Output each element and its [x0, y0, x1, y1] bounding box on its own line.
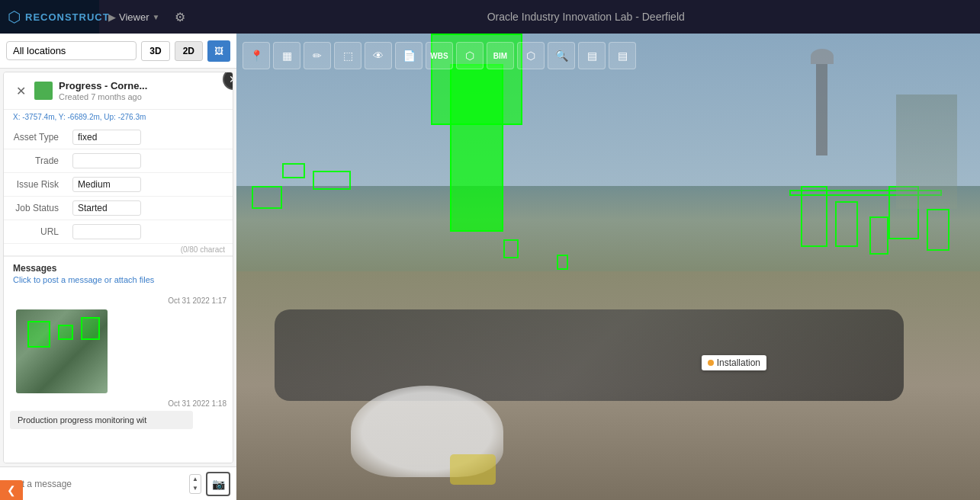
close-button[interactable]: ✕ — [13, 83, 28, 98]
detail-title-area: Progress - Corne... Created 7 months ago — [59, 80, 147, 101]
messages-section: Messages Click to post a message or atta… — [4, 256, 233, 290]
field-value: Medium — [65, 173, 233, 197]
left-panel: All locations 3D 2D 🖼 ✕ ✕ Progress - Cor… — [0, 34, 236, 500]
viewer-label: Viewer — [119, 11, 149, 23]
message-list: Oct 31 2022 1:17 Oct 31 2022 1:18 Produc… — [4, 290, 233, 434]
green-shape — [282, 163, 305, 178]
settings-icon-btn[interactable]: ⚙ — [169, 10, 191, 24]
field-value — [65, 149, 233, 173]
field-label: Job Status — [4, 197, 65, 220]
detail-panel: ✕ ✕ Progress - Corne... Created 7 months… — [3, 72, 233, 463]
settings-icon: ⚙ — [175, 11, 185, 24]
table-row: URL — [4, 220, 233, 244]
field-label: Asset Type — [4, 126, 65, 149]
view-2d-button[interactable]: 2D — [175, 41, 203, 61]
field-label: Issue Risk — [4, 173, 65, 197]
close-circle-icon: ✕ — [229, 73, 233, 85]
viewport: Installation 📍 ▦ ✏ ⬚ 👁 📄 WBS ⬡ BIM ⬡ 🔍 ▤… — [236, 34, 980, 500]
detail-color-box — [34, 82, 53, 100]
field-value — [65, 220, 233, 244]
location-select[interactable]: All locations — [6, 41, 137, 60]
top-bar: ⬡ RECONSTRUCT ▶ Viewer ▼ ⚙ Oracle Indust… — [0, 0, 980, 34]
table-row: Asset Type fixed — [4, 126, 233, 149]
viewer-menu[interactable]: ▶ Viewer ▼ — [99, 11, 169, 23]
message-stepper[interactable]: ▲ ▼ — [189, 474, 201, 494]
table-row: Job Status Started — [4, 197, 233, 220]
installation-text: Installation — [717, 357, 760, 368]
page-title: Oracle Industry Innovation Lab - Deerfie… — [191, 11, 980, 23]
field-value: fixed — [65, 126, 233, 149]
table-row: Trade — [4, 149, 233, 173]
green-shape — [252, 186, 282, 209]
char-count: (0/80 charact — [4, 244, 233, 256]
fields-table: Asset Type fixed Trade Issue Risk Medium… — [4, 126, 233, 244]
detail-header: ✕ Progress - Corne... Created 7 months a… — [4, 72, 233, 110]
camera-button[interactable]: 📷 — [206, 472, 230, 496]
post-message-bar: ▲ ▼ 📷 — [0, 466, 236, 500]
location-bar: All locations 3D 2D 🖼 — [0, 34, 236, 69]
camera-icon: 📷 — [212, 478, 225, 490]
toolbar-bim2-btn[interactable]: ⬡ — [517, 42, 545, 69]
toolbar-pin-btn[interactable]: 📍 — [243, 42, 270, 69]
toolbar-wbs-btn[interactable]: WBS — [426, 42, 453, 69]
toolbar-dots-btn[interactable]: ▤ — [578, 42, 606, 69]
toolbar-eye-btn[interactable]: 👁 — [365, 42, 392, 69]
green-shape — [927, 209, 949, 251]
toolbar-pencil-btn[interactable]: ✏ — [304, 42, 331, 69]
toolbar-extra-btn[interactable]: ▤ — [609, 42, 636, 69]
message-thumbnail[interactable] — [16, 309, 108, 393]
terrain-sheeting — [275, 309, 904, 401]
field-value: Started — [65, 197, 233, 220]
field-label: Trade — [4, 149, 65, 173]
toolbar-box-btn[interactable]: ⬚ — [334, 42, 361, 69]
toolbar-grid-btn[interactable]: ▦ — [273, 42, 300, 69]
green-shape — [503, 239, 519, 258]
logo-text: RECONSTRUCT — [25, 11, 110, 23]
green-shape — [313, 171, 351, 190]
detail-subtitle: Created 7 months ago — [59, 92, 147, 101]
list-item — [4, 306, 233, 396]
message-date: Oct 31 2022 1:17 — [4, 293, 233, 306]
toolbar-doc-btn[interactable]: 📄 — [395, 42, 423, 69]
tower — [816, 64, 827, 155]
table-row: Issue Risk Medium — [4, 173, 233, 197]
installation-label: Installation — [702, 355, 766, 370]
main-content: All locations 3D 2D 🖼 ✕ ✕ Progress - Cor… — [0, 34, 980, 500]
stepper-up[interactable]: ▲ — [190, 475, 201, 484]
detail-title: Progress - Corne... — [59, 80, 147, 91]
message-text: Production progress monitoring wit — [10, 411, 193, 429]
toolbar-overlay: 📍 ▦ ✏ ⬚ 👁 📄 WBS ⬡ BIM ⬡ 🔍 ▤ ▤ — [243, 40, 974, 72]
view-3d-button[interactable]: 3D — [141, 41, 169, 61]
toolbar-bim-btn[interactable]: BIM — [487, 42, 514, 69]
stepper-down[interactable]: ▼ — [190, 484, 201, 493]
toolbar-search-btn[interactable]: 🔍 — [548, 42, 575, 69]
installation-dot — [708, 360, 714, 366]
green-shape — [835, 201, 858, 247]
image-icon: 🖼 — [214, 46, 223, 56]
toolbar-tree-btn[interactable]: ⬡ — [456, 42, 484, 69]
field-label: URL — [4, 220, 65, 244]
messages-click-text[interactable]: Click to post a message or attach files — [13, 275, 223, 284]
green-shape — [557, 255, 568, 270]
post-message-input[interactable] — [6, 479, 185, 489]
view-image-button[interactable]: 🖼 — [207, 40, 230, 62]
messages-title: Messages — [13, 263, 223, 274]
yellow-vest — [450, 454, 496, 485]
message-date: Oct 31 2022 1:18 — [4, 396, 233, 409]
back-button[interactable]: ❮ — [0, 480, 23, 500]
background-building — [896, 95, 957, 209]
logo-area: ⬡ RECONSTRUCT — [0, 0, 99, 34]
detail-coords: X: -3757.4m, Y: -6689.2m, Up: -276.3m — [4, 110, 233, 126]
green-shape — [869, 216, 888, 255]
